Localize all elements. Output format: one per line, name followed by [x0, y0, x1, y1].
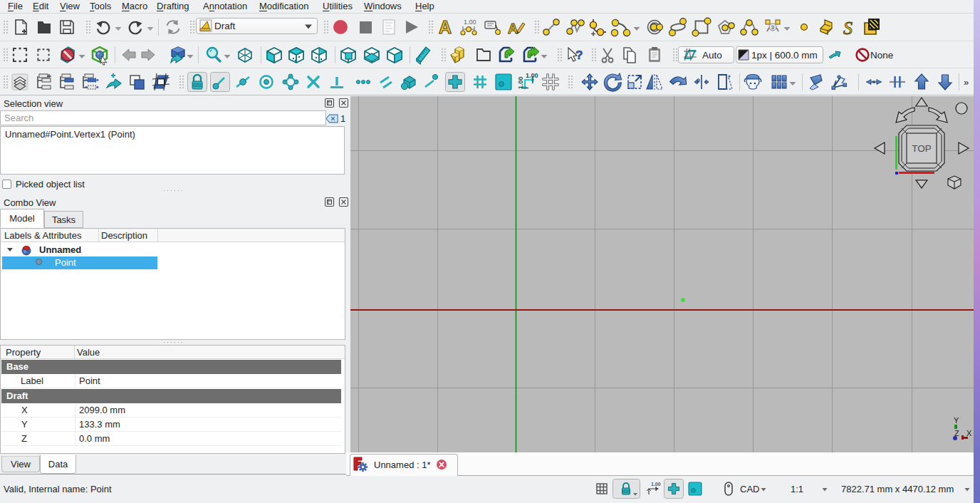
svg-text:1.00: 1.00 — [651, 482, 661, 487]
svg-text:1.00: 1.00 — [526, 72, 538, 79]
svg-text:1.00: 1.00 — [517, 76, 524, 89]
svg-text:Auto: Auto — [702, 50, 722, 61]
svg-text:Draft: Draft — [214, 21, 236, 31]
svg-text:A: A — [439, 17, 452, 37]
svg-text:»: » — [964, 77, 969, 88]
svg-text:?: ? — [575, 48, 583, 62]
svg-text:S: S — [843, 18, 853, 38]
svg-text:3: 3 — [771, 24, 774, 31]
svg-text:TOP: TOP — [912, 143, 932, 154]
svg-text:X: X — [966, 429, 972, 437]
svg-text:1.00: 1.00 — [464, 19, 476, 26]
svg-text:Y: Y — [954, 416, 959, 425]
svg-text:None: None — [870, 50, 893, 61]
svg-text:1px | 600.0 mm: 1px | 600.0 mm — [751, 50, 818, 61]
svg-text:Unnamed : 1*: Unnamed : 1* — [374, 460, 431, 470]
